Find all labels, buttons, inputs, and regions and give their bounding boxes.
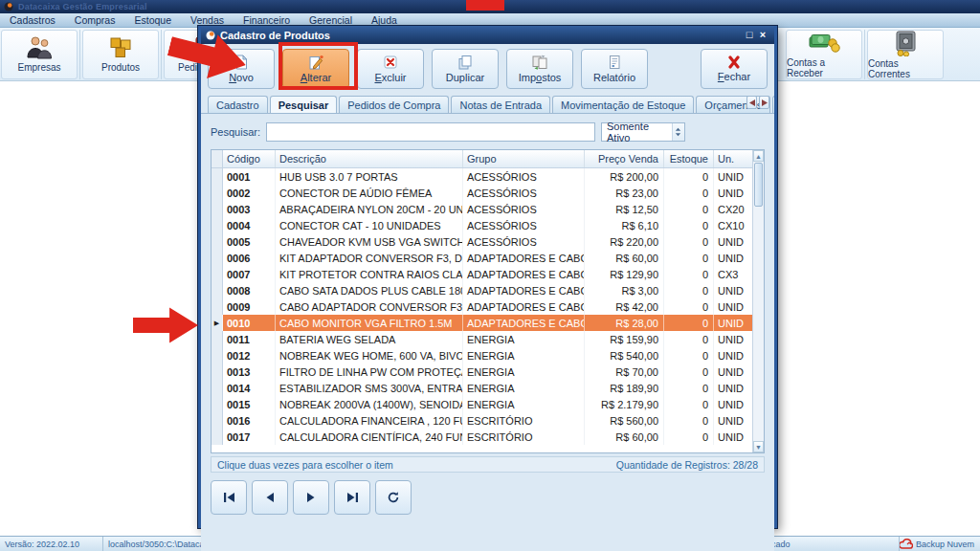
column-header-preco-venda[interactable]: Preço Venda [585,150,664,167]
tab-scroll-left-button[interactable] [746,96,757,109]
impostos-button[interactable]: Impostos [506,49,573,89]
table-row-0016[interactable]: 0016CALCULADORA FINANCEIRA , 120 FUNESCR… [212,412,764,429]
search-input[interactable] [266,122,595,142]
table-cell: UNID [714,250,757,266]
safe-icon [891,30,920,56]
table-cell: 0011 [223,331,276,347]
next-record-button[interactable] [293,480,329,515]
table-cell: 0 [664,298,714,315]
table-cell: 0009 [223,298,276,315]
table-row-0005[interactable]: 0005CHAVEADOR KVM USB VGA SWITCH FACESSÓ… [212,233,764,250]
table-row-0010[interactable]: ▶0010CABO MONITOR VGA FILTRO 1.5MADAPTAD… [212,315,764,331]
relatorio-button[interactable]: Relatório [581,49,648,89]
toolbar-button-contas-a-receber[interactable]: Contas a Receber [786,30,862,79]
table-row-0012[interactable]: 0012NOBREAK WEG HOME, 600 VA, BIVOLENERG… [212,347,764,364]
table-cell: 0001 [223,168,276,185]
button-label: Novo [229,72,254,83]
grid-status-bar: Clique duas vezes para escolher o item Q… [211,456,765,473]
table-row-0004[interactable]: 0004CONECTOR CAT - 10 UNIDADESACESSÓRIOS… [212,217,764,233]
column-header-estoque[interactable]: Estoque [664,150,714,167]
table-row-0014[interactable]: 0014ESTABILIZADOR SMS 300VA, ENTRADAENER… [212,380,764,396]
table-row-0001[interactable]: 0001HUB USB 3.0 7 PORTASACESSÓRIOSR$ 200… [212,168,764,185]
table-cell: CABO MONITOR VGA FILTRO 1.5M [276,315,463,331]
tab-pesquisar[interactable]: Pesquisar [270,96,338,113]
table-cell: UNID [714,298,757,315]
table-cell: UNID [714,364,757,380]
table-cell: CABO SATA DADOS PLUS CABLE 180º/ [276,282,463,298]
tab-cadastro[interactable]: Cadastro [208,96,268,113]
table-cell: ENERGIA [463,396,585,412]
table-cell: 0003 [223,201,276,217]
menu-item-financeiro[interactable]: Financeiro [234,13,300,27]
table-cell: R$ 2.179,90 [585,396,664,412]
backup-nuvem-button[interactable]: Backup Nuvem [900,537,980,551]
table-cell: 0014 [223,380,276,396]
duplicar-button[interactable]: Duplicar [432,49,499,89]
tab-scroll-right-button[interactable] [759,96,769,109]
scroll-down-icon[interactable]: ▼ [753,441,764,452]
refresh-record-button[interactable] [375,480,412,515]
table-row-0009[interactable]: 0009CABO ADAPTADOR CONVERSOR F3, HADAPTA… [212,298,764,315]
table-cell: UNID [714,168,757,185]
table-row-0011[interactable]: 0011BATERIA WEG SELADAENERGIAR$ 159,900U… [212,331,764,347]
menu-item-cadastros[interactable]: Cadastros [0,13,65,27]
status-filter-value: Somente Ativo [607,121,672,143]
first-record-button[interactable] [211,480,247,515]
table-cell: 0 [664,396,714,412]
button-label: Relatório [593,72,635,83]
spinner-icon[interactable] [672,123,684,141]
table-row-0003[interactable]: 0003ABRAÇADEIRA NYLON 20CM - 20 UNIDACES… [212,201,764,217]
tab-bar: CadastroPesquisarPedidos de CompraNotas … [201,93,774,113]
table-cell: CALCULADORA FINANCEIRA , 120 FUN [276,412,463,429]
table-cell: 0 [664,364,714,380]
toolbar-button-contas-correntes[interactable]: Contas Correntes [867,30,944,79]
table-cell: R$ 70,00 [585,364,664,380]
menu-item-vendas[interactable]: Vendas [181,13,234,27]
table-cell: R$ 6,10 [585,217,664,233]
nav-next-icon [306,492,316,503]
table-cell: R$ 189,90 [585,380,664,396]
toolbar-button-empresas[interactable]: Empresas [1,30,78,79]
table-cell: R$ 540,00 [585,347,664,364]
vertical-scrollbar[interactable]: ▲ ▼ [752,150,764,452]
table-row-0013[interactable]: 0013FILTRO DE LINHA PW COM PROTEÇÃOENERG… [212,364,764,380]
tab-movimentacao-de-estoque[interactable]: Movimentação de Estoque [552,96,694,113]
close-icon[interactable]: × [756,29,769,41]
excluir-button[interactable]: Excluir [357,49,424,89]
table-row-0015[interactable]: 0015NOBREAK 2000VA (1400W), SENOIDALENER… [212,396,764,412]
table-cell: 0 [664,315,714,331]
status-filter-select[interactable]: Somente Ativo [601,122,685,142]
annotation-arrow-to-row-0010 [133,304,198,346]
column-header-grupo[interactable]: Grupo [463,150,585,167]
menu-item-compras[interactable]: Compras [65,13,125,27]
table-row-0008[interactable]: 0008CABO SATA DADOS PLUS CABLE 180º/ADAP… [212,282,764,298]
scrollbar-thumb[interactable] [754,163,763,207]
maximize-button[interactable]: □ [743,29,756,41]
table-row-0006[interactable]: 0006KIT ADAPTADOR CONVERSOR F3, DISADAPT… [212,250,764,266]
tab-pedidos-de-compra[interactable]: Pedidos de Compra [339,96,449,113]
tab-pedidos-de[interactable]: Pedidos de [772,96,774,113]
table-cell: 0 [664,412,714,429]
menu-item-gerencial[interactable]: Gerencial [300,13,362,27]
table-cell: CHAVEADOR KVM USB VGA SWITCH F [276,233,463,250]
table-row-0017[interactable]: 0017CALCULADORA CIENTÍFICA, 240 FUNÇESCR… [212,429,764,445]
column-header-codigo[interactable]: Código [223,150,276,167]
column-header-un[interactable]: Un. [714,150,757,167]
column-header-descricao[interactable]: Descrição [276,150,463,167]
previous-record-button[interactable] [252,480,288,515]
table-row-0007[interactable]: 0007KIT PROTETOR CONTRA RAIOS CLAMADAPTA… [212,266,764,282]
menu-item-ajuda[interactable]: Ajuda [362,13,407,27]
table-cell: 0 [664,347,714,364]
table-cell: R$ 159,90 [585,331,664,347]
table-cell: 0 [664,217,714,233]
menu-item-estoque[interactable]: Estoque [124,13,181,27]
fechar-button[interactable]: Fechar [701,49,768,89]
tab-notas-de-entrada[interactable]: Notas de Entrada [451,96,550,113]
last-record-button[interactable] [334,480,370,515]
table-cell: 0 [664,201,714,217]
scroll-up-icon[interactable]: ▲ [753,150,764,162]
toolbar-button-produtos[interactable]: Produtos [82,30,159,79]
table-row-0002[interactable]: 0002CONECTOR DE AÚDIO FÊMEAACESSÓRIOSR$ … [212,185,764,201]
table-cell: NOBREAK 2000VA (1400W), SENOIDAL [276,396,463,412]
table-cell: CX10 [714,217,757,233]
